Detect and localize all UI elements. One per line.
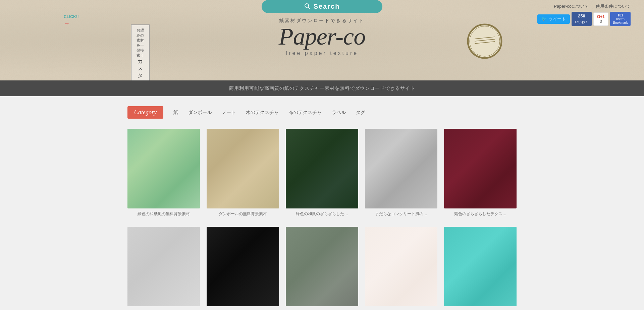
texture-title: 紫色のざらざらしたテクス… [444,211,517,217]
list-item[interactable] [127,227,200,309]
texture-grid-row1: 緑色の和紙風の無料背景素材 ダンボールの無料背景素材 緑色の和風のざらざらした…… [127,129,517,217]
logo-tagline: free paper texture [279,50,365,56]
svg-line-1 [308,7,310,8]
texture-thumbnail [365,129,437,208]
texture-thumbnail [127,227,200,307]
category-item-paper[interactable]: 紙 [173,110,178,116]
category-item-tag[interactable]: タグ [356,110,365,116]
texture-title: 緑色の和風のざらざらした… [286,211,358,217]
list-item[interactable]: まだらなコンクリート風の… [365,129,437,217]
list-item[interactable] [207,227,279,309]
list-item[interactable] [365,227,437,309]
texture-thumbnail [286,129,358,208]
logo-main: Paper-co [279,24,365,49]
svg-point-2 [468,24,501,58]
list-item[interactable]: 紫色のざらざらしたテクス… [444,129,517,217]
custom-search-box[interactable]: お望みの素材を一発検索！ カスタムサーチ [131,24,150,80]
texture-title: 緑色の和紙風の無料背景素材 [127,211,200,217]
nav-terms[interactable]: 使用条件について [596,3,631,9]
texture-title: ダンボールの無料背景素材 [207,211,279,217]
category-nav: Category 紙 ダンボール ノート 木のテクスチャ 布のテクスチャ ラベル… [127,106,517,119]
texture-thumbnail [444,129,517,208]
category-item-label[interactable]: ラベル [332,110,346,116]
texture-thumbnail [207,227,279,307]
category-item-fabric[interactable]: 布のテクスチャ [289,110,322,116]
category-item-wood[interactable]: 木のテクスチャ [246,110,279,116]
list-item[interactable]: 緑色の和風のざらざらした… [286,129,358,217]
list-item[interactable] [444,227,517,309]
banner-strip: 商用利用可能な高画質の紙のテクスチャー素材を無料でダウンロードできるサイト [0,80,644,96]
texture-thumbnail [365,227,437,307]
search-label: Search [314,3,340,10]
list-item[interactable]: 緑色の和紙風の無料背景素材 [127,129,200,217]
custom-search-area: CLICK!! → お望みの素材を一発検索！ カスタムサーチ [64,14,79,27]
main-content: Category 紙 ダンボール ノート 木のテクスチャ 布のテクスチャ ラベル… [121,96,523,310]
logo-text: 紙素材ダウンロードできるサイト Paper-co free paper text… [279,18,365,56]
banner-text: 商用利用可能な高画質の紙のテクスチャー素材を無料でダウンロードできるサイト [229,85,415,91]
category-item-cardboard[interactable]: ダンボール [188,110,212,116]
texture-thumbnail [207,129,279,208]
circle-decoration [466,23,503,60]
search-icon [304,3,310,10]
category-item-notebook[interactable]: ノート [222,110,236,116]
nav-about[interactable]: Paper-coについて [554,3,589,9]
click-label: CLICK!! [64,14,79,19]
texture-thumbnail [127,129,200,208]
list-item[interactable]: ダンボールの無料背景素材 [207,129,279,217]
texture-title: まだらなコンクリート風の… [365,211,437,217]
texture-thumbnail [444,227,517,307]
texture-grid-row2 [127,227,517,309]
header: Search Paper-coについて 使用条件について 🐦 ツイート 250 … [0,0,644,80]
texture-thumbnail [286,227,358,307]
list-item[interactable] [286,227,358,309]
logo-area: CLICK!! → お望みの素材を一発検索！ カスタムサーチ 紙素材ダウンロード… [13,11,631,60]
category-label: Category [127,106,163,119]
